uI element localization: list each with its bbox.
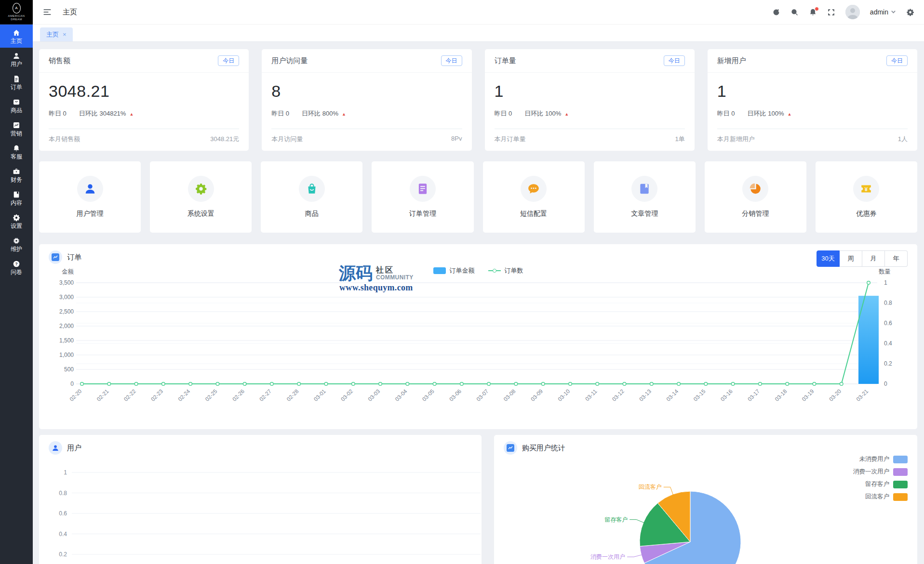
page-content: 销售额 今日 3048.21 昨日 0 日环比 304821%▲ 本月销售额 3… (33, 42, 924, 564)
refresh-icon[interactable] (772, 8, 780, 16)
question-icon: ? (13, 260, 20, 268)
tab-home[interactable]: 主页 × (40, 27, 73, 41)
pie-legend-item-1[interactable]: 消费一次用户 (853, 468, 908, 476)
market-icon (13, 121, 20, 129)
svg-text:0.6: 0.6 (59, 510, 67, 517)
shortcut-gear[interactable]: 系统设置 (150, 161, 252, 233)
coupon-icon: ¥ (853, 176, 879, 202)
pie-legend-item-2[interactable]: 留存客户 (865, 480, 908, 488)
svg-text:02-20: 02-20 (68, 388, 82, 402)
stat-subline: 昨日 0 日环比 100%▲ (495, 109, 685, 118)
legend-swatch-icon (893, 468, 908, 476)
today-badge[interactable]: 今日 (441, 55, 462, 66)
user-chart-panel: 用户 10.80.60.40.2 (39, 435, 482, 564)
shortcut-doclist[interactable]: 订单管理 (372, 161, 473, 233)
svg-text:1,000: 1,000 (59, 352, 74, 358)
shortcut-bag[interactable]: 商品 (261, 161, 362, 233)
stat-title: 用户访问量 (271, 56, 308, 66)
svg-text:03-08: 03-08 (503, 388, 517, 402)
svg-text:03-10: 03-10 (557, 388, 571, 402)
sidebar-item-service[interactable]: 客服 (0, 140, 33, 163)
svg-text:02-25: 02-25 (204, 388, 218, 402)
svg-text:02-26: 02-26 (231, 388, 245, 402)
svg-text:03-17: 03-17 (747, 388, 761, 402)
stats-row: 销售额 今日 3048.21 昨日 0 日环比 304821%▲ 本月销售额 3… (39, 49, 917, 151)
sidebar-menu: 主页 用户 订单 商品 营销 客服 财务 内容 设置 维护 ? 问卷 (0, 24, 33, 564)
range-button-0[interactable]: 30天 (817, 250, 840, 267)
stat-footer: 本月订单量 1单 (495, 129, 685, 151)
brand-logo[interactable]: A AMERICANDREAM (0, 0, 33, 24)
shortcut-contentbook[interactable]: 文章管理 (594, 161, 696, 233)
stat-footer: 本月新增用户 1人 (717, 129, 908, 151)
svg-text:03-05: 03-05 (421, 388, 435, 402)
sidebar-item-chip[interactable]: 维护 (0, 233, 33, 256)
stat-value: 1 (717, 80, 908, 102)
stat-subline: 昨日 0 日环比 100%▲ (717, 109, 908, 118)
header-actions: admin (772, 5, 914, 19)
sidebar-item-home[interactable]: 主页 (0, 25, 33, 48)
sidebar-item-goods[interactable]: 商品 (0, 94, 33, 117)
service-icon (13, 144, 20, 152)
stat-title: 新增用户 (717, 56, 746, 66)
avatar[interactable] (845, 5, 860, 19)
stat-footer: 本月访问量 8Pv (271, 129, 462, 151)
shortcut-coupon[interactable]: ¥ 优惠券 (816, 161, 917, 233)
sidebar-item-user[interactable]: 用户 (0, 48, 33, 71)
breadcrumb-home: 主页 (63, 8, 77, 17)
stat-footer: 本月销售额 3048.21元 (49, 129, 239, 151)
sidebar-item-market[interactable]: 营销 (0, 117, 33, 140)
svg-text:数量: 数量 (879, 268, 891, 275)
pie-legend-item-3[interactable]: 回流客户 (865, 493, 908, 501)
stat-title: 销售额 (49, 56, 70, 66)
fullscreen-icon[interactable] (827, 8, 835, 16)
svg-text:500: 500 (64, 366, 74, 373)
svg-text:0: 0 (884, 380, 887, 387)
username: admin (870, 8, 888, 16)
range-button-group: 30天周月年 (817, 250, 908, 267)
trend-up-icon: ▲ (342, 112, 346, 117)
stat-subline: 昨日 0 日环比 800%▲ (271, 109, 462, 118)
user-line-chart: 10.80.60.40.2 (49, 459, 482, 564)
sidebar-item-finance[interactable]: 财务 (0, 163, 33, 186)
svg-text:0.8: 0.8 (884, 300, 892, 306)
range-button-1[interactable]: 周 (840, 250, 862, 267)
user-icon (77, 176, 103, 202)
svg-text:¥: ¥ (865, 186, 868, 192)
main-column: 主页 admin (33, 0, 924, 564)
app-root: A AMERICANDREAM 主页 用户 订单 商品 营销 客服 财务 内容 … (0, 0, 924, 564)
stat-card-3: 新增用户 今日 1 昨日 0 日环比 100%▲ 本月新增用户 1人 (708, 49, 917, 151)
pie-legend-item-0[interactable]: 未消费用户 (859, 455, 908, 463)
svg-text:03-03: 03-03 (367, 388, 381, 402)
chip-icon (13, 237, 20, 245)
sidebar-item-order[interactable]: 订单 (0, 71, 33, 94)
bottom-row: 用户 10.80.60.40.2 购买用户统计 未消费用户消费一次用户留存客户回… (39, 435, 917, 564)
settings-gear-icon[interactable] (906, 8, 914, 16)
gear-icon (188, 176, 214, 202)
svg-text:03-12: 03-12 (611, 388, 625, 402)
shortcuts-row: 用户管理 系统设置 商品 订单管理 短信配置 文章管理 分销管理 ¥ 优惠券 (39, 161, 917, 233)
stat-value: 1 (495, 80, 685, 102)
svg-text:03-13: 03-13 (638, 388, 652, 402)
today-badge[interactable]: 今日 (218, 55, 239, 66)
notifications-bell-icon[interactable] (809, 8, 817, 16)
svg-text:03-21: 03-21 (855, 388, 869, 402)
shortcut-chat[interactable]: 短信配置 (483, 161, 585, 233)
doclist-icon (410, 176, 436, 202)
sidebar-item-gear[interactable]: 设置 (0, 210, 33, 233)
shortcut-pie[interactable]: 分销管理 (705, 161, 806, 233)
range-button-2[interactable]: 月 (862, 250, 885, 267)
collapse-menu-icon[interactable] (42, 7, 52, 17)
range-button-3[interactable]: 年 (885, 250, 908, 267)
sidebar-item-question[interactable]: ? 问卷 (0, 256, 33, 279)
search-icon[interactable] (790, 8, 799, 16)
user-menu[interactable]: admin (870, 8, 896, 16)
today-badge[interactable]: 今日 (664, 55, 685, 66)
tab-close-icon[interactable]: × (63, 31, 67, 38)
svg-text:2,000: 2,000 (59, 323, 74, 329)
svg-text:3,000: 3,000 (59, 294, 74, 301)
today-badge[interactable]: 今日 (886, 55, 908, 66)
shortcut-user[interactable]: 用户管理 (39, 161, 141, 233)
stat-value: 3048.21 (49, 80, 239, 102)
user-chart-icon (49, 441, 62, 455)
sidebar-item-contentbook[interactable]: 内容 (0, 186, 33, 210)
